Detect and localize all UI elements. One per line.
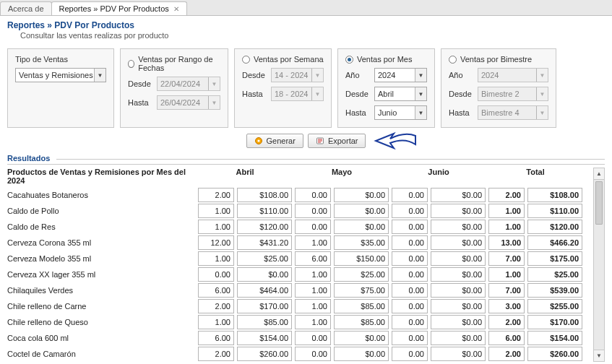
- rango-hasta-date[interactable]: 26/04/2024 ▼: [157, 95, 220, 110]
- total-qty-cell[interactable]: 2.00: [488, 347, 525, 361]
- qty-cell[interactable]: 0.00: [295, 331, 331, 345]
- money-cell[interactable]: $0.00: [431, 283, 486, 298]
- qty-cell[interactable]: 0.00: [392, 204, 428, 218]
- rango-desde-date[interactable]: 22/04/2024 ▼: [157, 77, 220, 91]
- qty-cell[interactable]: 1.00: [295, 267, 331, 282]
- total-qty-cell[interactable]: 2.00: [488, 315, 525, 329]
- qty-cell[interactable]: 0.00: [392, 331, 428, 345]
- qty-cell[interactable]: 0.00: [392, 220, 428, 234]
- qty-cell[interactable]: 0.00: [392, 188, 428, 202]
- money-cell[interactable]: $0.00: [237, 267, 292, 282]
- money-cell[interactable]: $0.00: [334, 204, 389, 218]
- bim-hasta-select[interactable]: Bimestre 4 ▼: [478, 105, 548, 120]
- mes-desde-select[interactable]: Abril ▼: [374, 87, 427, 101]
- qty-cell[interactable]: 0.00: [392, 267, 428, 282]
- money-cell[interactable]: $85.00: [334, 315, 389, 329]
- qty-cell[interactable]: 0.00: [392, 235, 428, 250]
- money-cell[interactable]: $0.00: [431, 220, 486, 234]
- money-cell[interactable]: $85.00: [237, 315, 292, 329]
- total-qty-cell[interactable]: 7.00: [488, 251, 525, 266]
- qty-cell[interactable]: 1.00: [198, 251, 234, 266]
- money-cell[interactable]: $110.00: [237, 204, 292, 218]
- total-qty-cell[interactable]: 6.00: [488, 331, 525, 345]
- money-cell[interactable]: $0.00: [431, 235, 486, 250]
- qty-cell[interactable]: 0.00: [392, 251, 428, 266]
- money-cell[interactable]: $75.00: [334, 283, 389, 298]
- qty-cell[interactable]: 0.00: [295, 188, 331, 202]
- money-cell[interactable]: $431.20: [237, 235, 292, 250]
- qty-cell[interactable]: 6.00: [295, 251, 331, 266]
- total-qty-cell[interactable]: 3.00: [488, 299, 525, 313]
- close-icon[interactable]: ✕: [173, 5, 179, 13]
- money-cell[interactable]: $0.00: [431, 331, 486, 345]
- money-cell[interactable]: $464.00: [237, 283, 292, 298]
- money-cell[interactable]: $120.00: [237, 220, 292, 234]
- money-cell[interactable]: $260.00: [237, 347, 292, 361]
- total-money-cell[interactable]: $110.00: [527, 204, 582, 218]
- mes-anio-select[interactable]: 2024 ▼: [374, 68, 427, 82]
- qty-cell[interactable]: 0.00: [295, 204, 331, 218]
- qty-cell[interactable]: 1.00: [198, 204, 234, 218]
- semana-hasta-select[interactable]: 18 - 2024 ▼: [271, 87, 324, 101]
- total-money-cell[interactable]: $108.00: [527, 188, 582, 202]
- money-cell[interactable]: $170.00: [237, 299, 292, 313]
- qty-cell[interactable]: 0.00: [295, 347, 331, 361]
- tab-reportes-pdv-productos[interactable]: Reportes » PDV Por Productos ✕: [51, 1, 187, 15]
- total-money-cell[interactable]: $25.00: [527, 267, 582, 282]
- money-cell[interactable]: $0.00: [431, 188, 486, 202]
- total-qty-cell[interactable]: 1.00: [488, 267, 525, 282]
- money-cell[interactable]: $35.00: [334, 235, 389, 250]
- radio-bimestre[interactable]: Ventas por Bimestre: [449, 55, 548, 64]
- money-cell[interactable]: $0.00: [431, 315, 486, 329]
- total-qty-cell[interactable]: 7.00: [488, 283, 525, 298]
- total-qty-cell[interactable]: 13.00: [488, 235, 525, 250]
- qty-cell[interactable]: 1.00: [295, 235, 331, 250]
- bim-desde-select[interactable]: Bimestre 2 ▼: [478, 87, 548, 101]
- exportar-button[interactable]: Exportar: [308, 134, 366, 148]
- mes-hasta-select[interactable]: Junio ▼: [374, 105, 427, 120]
- money-cell[interactable]: $150.00: [334, 251, 389, 266]
- tab-acerca-de[interactable]: Acerca de: [0, 1, 52, 15]
- money-cell[interactable]: $0.00: [431, 204, 486, 218]
- total-qty-cell[interactable]: 1.00: [488, 220, 525, 234]
- generar-button[interactable]: Generar: [246, 134, 303, 148]
- money-cell[interactable]: $0.00: [431, 347, 486, 361]
- total-money-cell[interactable]: $120.00: [527, 220, 582, 234]
- scroll-down-icon[interactable]: ▼: [594, 350, 604, 361]
- total-money-cell[interactable]: $170.00: [527, 315, 582, 329]
- money-cell[interactable]: $25.00: [237, 251, 292, 266]
- qty-cell[interactable]: 2.00: [198, 188, 234, 202]
- qty-cell[interactable]: 0.00: [392, 347, 428, 361]
- qty-cell[interactable]: 0.00: [392, 283, 428, 298]
- total-money-cell[interactable]: $154.00: [527, 331, 582, 345]
- qty-cell[interactable]: 1.00: [295, 283, 331, 298]
- money-cell[interactable]: $25.00: [334, 267, 389, 282]
- radio-semana[interactable]: Ventas por Semana: [242, 55, 324, 64]
- total-money-cell[interactable]: $255.00: [527, 299, 582, 313]
- qty-cell[interactable]: 0.00: [295, 220, 331, 234]
- money-cell[interactable]: $85.00: [334, 299, 389, 313]
- money-cell[interactable]: $0.00: [431, 299, 486, 313]
- radio-mes[interactable]: Ventas por Mes: [345, 55, 427, 64]
- qty-cell[interactable]: 1.00: [198, 315, 234, 329]
- vertical-scrollbar[interactable]: ▲ ▼: [593, 168, 605, 362]
- total-money-cell[interactable]: $539.00: [527, 283, 582, 298]
- qty-cell[interactable]: 6.00: [198, 331, 234, 345]
- bim-anio-select[interactable]: 2024 ▼: [478, 68, 548, 82]
- semana-desde-select[interactable]: 14 - 2024 ▼: [271, 68, 324, 82]
- money-cell[interactable]: $0.00: [334, 347, 389, 361]
- scroll-up-icon[interactable]: ▲: [594, 168, 604, 180]
- total-qty-cell[interactable]: 2.00: [488, 188, 525, 202]
- money-cell[interactable]: $0.00: [334, 220, 389, 234]
- radio-rango-fechas[interactable]: Ventas por Rango de Fechas: [128, 55, 220, 72]
- total-money-cell[interactable]: $466.20: [527, 235, 582, 250]
- money-cell[interactable]: $0.00: [431, 267, 486, 282]
- total-money-cell[interactable]: $260.00: [527, 347, 582, 361]
- qty-cell[interactable]: 0.00: [392, 315, 428, 329]
- qty-cell[interactable]: 0.00: [198, 267, 234, 282]
- money-cell[interactable]: $108.00: [237, 188, 292, 202]
- money-cell[interactable]: $154.00: [237, 331, 292, 345]
- money-cell[interactable]: $0.00: [431, 251, 486, 266]
- qty-cell[interactable]: 1.00: [295, 299, 331, 313]
- qty-cell[interactable]: 1.00: [198, 220, 234, 234]
